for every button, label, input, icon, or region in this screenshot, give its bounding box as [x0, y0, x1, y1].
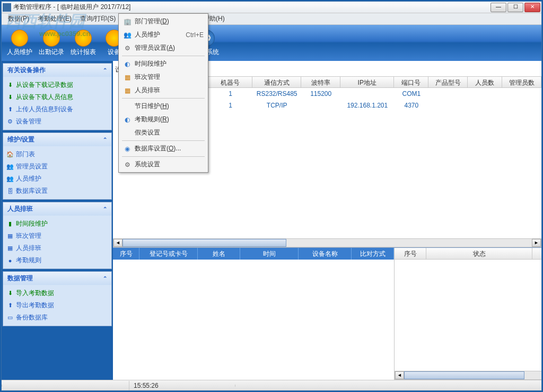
- toolbar-统计报表[interactable]: 统计报表: [67, 28, 99, 58]
- close-button[interactable]: ✕: [524, 3, 540, 12]
- sidebar-item[interactable]: ⬇从设备下载记录数据: [4, 79, 110, 91]
- scroll-right-arrow[interactable]: ►: [532, 239, 541, 247]
- dropdown-item[interactable]: 假类设置: [120, 126, 207, 139]
- column-header[interactable]: 端口号: [394, 77, 428, 87]
- horizontal-scrollbar[interactable]: ◄ ►: [113, 238, 541, 247]
- column-header[interactable]: 序号: [113, 248, 139, 260]
- sidebar-item[interactable]: 👥人员维护: [4, 173, 110, 185]
- dropdown-label: 人员维护: [135, 30, 160, 39]
- column-header[interactable]: 产品型号: [428, 77, 468, 87]
- dropdown-item[interactable]: ▦班次管理: [120, 70, 207, 84]
- column-header[interactable]: 管理员数: [502, 77, 541, 87]
- dropdown-item[interactable]: 👥人员维护Ctrl+E: [120, 28, 207, 41]
- panel-header[interactable]: 人员排班⌃: [3, 202, 111, 216]
- sidebar-item-label: 人员排班: [16, 244, 41, 253]
- grid-body: 1RS232/RS485115200COM11TCP/IP192.168.1.2…: [208, 88, 541, 238]
- grid-headers: 机器号通信方式波特率IP地址端口号产品型号人员数管理员数: [208, 76, 541, 88]
- column-header[interactable]: 序号: [395, 248, 426, 259]
- dropdown-item[interactable]: ◐考勤规则(R): [120, 113, 207, 126]
- window-title: 考勤管理程序 - [ 临时超级用户 2017/7/12]: [13, 3, 491, 12]
- sidebar-item-icon: ▮: [6, 220, 14, 228]
- scroll-thumb[interactable]: [122, 239, 286, 247]
- table-cell: [428, 104, 468, 106]
- sidebar-item-label: 管理员设置: [16, 162, 48, 171]
- column-header[interactable]: 状态: [426, 248, 532, 259]
- sidebar: 有关设备操作⌃⬇从设备下载记录数据⬇从设备下载人员信息⬆上传人员信息到设备⚙设备…: [2, 61, 113, 380]
- column-header[interactable]: 通信方式: [252, 77, 301, 87]
- panel-header[interactable]: 维护/设置⌃: [3, 133, 111, 146]
- column-header[interactable]: 机器号: [208, 77, 252, 87]
- lower-left-pane: 序号登记号或卡号姓名时间设备名称比对方式: [113, 248, 395, 380]
- sidebar-item[interactable]: ▦班次管理: [4, 230, 110, 242]
- sidebar-item[interactable]: ⬆上传人员信息到设备: [4, 103, 110, 115]
- toolbar-label: 统计报表: [71, 48, 96, 57]
- sidebar-item[interactable]: 👥管理员设置: [4, 161, 110, 173]
- sidebar-item[interactable]: ⚙设备管理: [4, 115, 110, 128]
- scroll-left-arrow[interactable]: ◄: [113, 239, 122, 247]
- panel-header[interactable]: 有关设备操作⌃: [3, 64, 111, 77]
- dropdown-item[interactable]: ⚙管理员设置(A): [120, 41, 207, 55]
- db-icon: ◉: [123, 145, 132, 153]
- sidebar-item[interactable]: ●考勤规则: [4, 254, 110, 266]
- toolbar-人员维护[interactable]: 人员维护: [4, 28, 36, 58]
- dropdown-item[interactable]: 🏢部门管理(D): [120, 15, 207, 28]
- scroll-thumb[interactable]: [404, 371, 524, 379]
- sidebar-item-label: 人员维护: [16, 174, 41, 183]
- dropdown-label: 假类设置: [135, 128, 160, 137]
- column-header[interactable]: 人员数: [468, 77, 502, 87]
- sidebar-item-label: 设备管理: [16, 117, 41, 126]
- table-row[interactable]: 1TCP/IP192.168.1.2014370: [208, 100, 541, 111]
- panel-body: 🏠部门表👥管理员设置👥人员维护🗄数据库设置: [3, 146, 111, 199]
- sidebar-item[interactable]: ⬆导出考勤数据: [4, 299, 110, 311]
- toolbar-出勤记录[interactable]: 出勤记录: [36, 28, 67, 58]
- dropdown-item[interactable]: ◉数据库设置(O)...: [120, 142, 207, 155]
- table-row[interactable]: 1RS232/RS485115200COM1: [208, 88, 541, 100]
- sidebar-item[interactable]: ▭备份数据库: [4, 311, 110, 324]
- column-header[interactable]: 姓名: [198, 248, 240, 260]
- column-header[interactable]: 时间: [532, 248, 541, 259]
- table-cell: [428, 93, 468, 95]
- panel-header[interactable]: 数据管理⌃: [3, 272, 111, 285]
- sidebar-item[interactable]: ▮时间段维护: [4, 218, 110, 230]
- dropdown-item[interactable]: 节日维护(H): [120, 100, 207, 113]
- dropdown-label: 数据库设置(O)...: [135, 144, 181, 153]
- sidebar-panel: 人员排班⌃▮时间段维护▦班次管理▦人员排班●考勤规则: [3, 202, 112, 269]
- dropdown-item[interactable]: ◐时间段维护: [120, 57, 207, 70]
- table-cell: 115200: [301, 89, 340, 99]
- column-header[interactable]: 比对方式: [352, 248, 394, 260]
- panel-title: 有关设备操作: [7, 66, 46, 75]
- blank-icon: [123, 129, 132, 137]
- menu-1[interactable]: 考勤处理(E): [33, 13, 76, 24]
- column-header[interactable]: 时间: [240, 248, 299, 260]
- sidebar-item-icon: 🏠: [6, 151, 14, 158]
- menu-2[interactable]: 查询/打印(S): [76, 13, 120, 24]
- sidebar-item-label: 时间段维护: [16, 219, 48, 228]
- column-header[interactable]: IP地址: [340, 77, 394, 87]
- dropdown-item[interactable]: ▦人员排班: [120, 84, 207, 97]
- sidebar-item-icon: ▦: [6, 233, 14, 240]
- sidebar-item[interactable]: ⬇导入考勤数据: [4, 287, 110, 299]
- sidebar-item-icon: ⬇: [6, 290, 14, 297]
- lower-right-body: [395, 260, 541, 371]
- lower-right-scrollbar[interactable]: ◄ ►: [395, 371, 541, 380]
- sidebar-item[interactable]: 🏠部门表: [4, 148, 110, 161]
- maximize-button[interactable]: ☐: [507, 3, 523, 12]
- column-header[interactable]: 波特率: [301, 77, 340, 87]
- dropdown-label: 节日维护(H): [135, 102, 169, 111]
- sidebar-item[interactable]: 🗄数据库设置: [4, 185, 110, 197]
- column-header[interactable]: 登记号或卡号: [139, 248, 198, 260]
- lower-right-headers: 序号状态时间: [395, 248, 541, 260]
- dropdown-item[interactable]: ⚙系统设置: [120, 158, 207, 171]
- sidebar-item[interactable]: ⬇从设备下载人员信息: [4, 91, 110, 103]
- lower-right-pane: 序号状态时间 ◄ ►: [395, 248, 541, 380]
- sidebar-item[interactable]: ▦人员排班: [4, 242, 110, 254]
- minimize-button[interactable]: —: [491, 3, 506, 12]
- chevron-up-icon: ⌃: [103, 275, 107, 281]
- menu-0[interactable]: 数据(P): [4, 13, 33, 24]
- dropdown-label: 部门管理(D): [135, 17, 169, 26]
- table-cell: [468, 93, 502, 95]
- scroll-left-arrow[interactable]: ◄: [395, 371, 404, 379]
- panel-title: 数据管理: [7, 274, 33, 283]
- column-header[interactable]: 设备名称: [299, 248, 352, 260]
- content-area: 有关设备操作⌃⬇从设备下载记录数据⬇从设备下载人员信息⬆上传人员信息到设备⚙设备…: [2, 61, 541, 380]
